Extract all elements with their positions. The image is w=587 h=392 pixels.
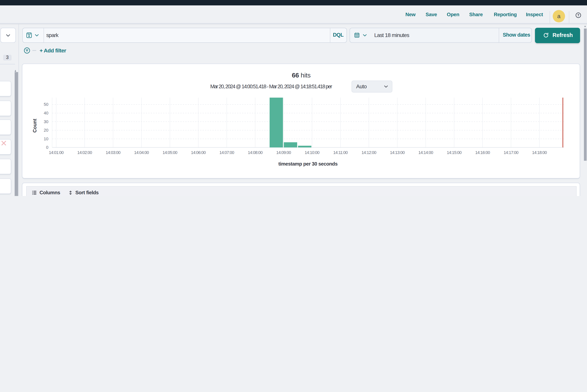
svg-text:30: 30 bbox=[44, 119, 48, 124]
svg-text:40: 40 bbox=[44, 110, 48, 116]
svg-text:timestamp per 30 seconds: timestamp per 30 seconds bbox=[278, 161, 338, 166]
svg-text:14:15:00: 14:15:00 bbox=[447, 150, 462, 155]
svg-text:0: 0 bbox=[46, 145, 48, 150]
svg-text:14:01:00: 14:01:00 bbox=[49, 150, 64, 155]
svg-text:14:03:00: 14:03:00 bbox=[106, 150, 121, 155]
svg-text:20: 20 bbox=[44, 128, 48, 132]
svg-text:14:07:00: 14:07:00 bbox=[220, 150, 234, 155]
svg-text:?: ? bbox=[577, 13, 579, 17]
svg-text:14:11:00: 14:11:00 bbox=[333, 150, 348, 155]
svg-text:10: 10 bbox=[44, 136, 48, 141]
svg-text:14:08:00: 14:08:00 bbox=[248, 150, 263, 155]
svg-text:14:09:00: 14:09:00 bbox=[276, 150, 291, 155]
svg-text:Count: Count bbox=[32, 118, 38, 132]
svg-text:14:04:00: 14:04:00 bbox=[134, 150, 149, 155]
svg-text:14:06:00: 14:06:00 bbox=[191, 150, 206, 155]
svg-text:14:02:00: 14:02:00 bbox=[77, 150, 92, 155]
svg-text:14:13:00: 14:13:00 bbox=[390, 150, 405, 155]
svg-text:14:10:00: 14:10:00 bbox=[305, 150, 320, 155]
svg-text:14:05:00: 14:05:00 bbox=[163, 150, 178, 155]
svg-text:14:17:00: 14:17:00 bbox=[504, 150, 518, 155]
svg-text:14:18:00: 14:18:00 bbox=[532, 150, 547, 155]
svg-text:14:12:00: 14:12:00 bbox=[362, 150, 376, 155]
svg-text:14:14:00: 14:14:00 bbox=[418, 150, 433, 155]
svg-text:50: 50 bbox=[44, 102, 48, 107]
svg-text:14:16:00: 14:16:00 bbox=[475, 150, 490, 155]
